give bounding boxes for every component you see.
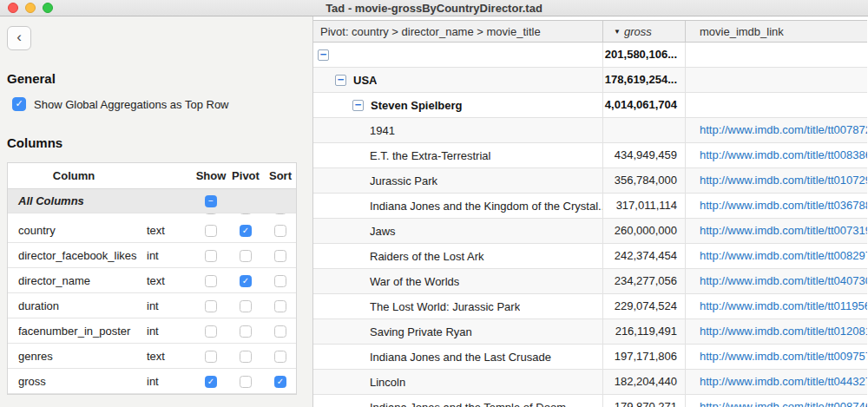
table-row[interactable]: − Indiana Jones and the Temple of Doom 1…	[313, 395, 867, 407]
table-row[interactable]: − Raiders of the Lost Ark 242,374,454 ht…	[313, 244, 867, 269]
show-checkbox[interactable]	[205, 225, 217, 237]
close-window-button[interactable]	[8, 3, 18, 13]
imdb-link-cell: http://www.imdb.com/title/tt0367882/?r	[686, 194, 867, 218]
table-row[interactable]: − E.T. the Extra-Terrestrial 434,949,459…	[313, 143, 867, 168]
sort-checkbox[interactable]	[274, 325, 286, 338]
imdb-link-cell: http://www.imdb.com/title/tt0120815/?r	[686, 319, 867, 344]
pivot-checkbox[interactable]	[240, 376, 252, 388]
pivot-checkbox[interactable]	[240, 250, 252, 262]
pivot-cell: − 1941	[313, 118, 603, 142]
zoom-window-button[interactable]	[43, 3, 53, 13]
imdb-link-cell	[686, 68, 867, 92]
column-row[interactable]: director_facebook_likes int	[8, 243, 296, 268]
column-type: text	[140, 350, 194, 363]
table-row[interactable]: − 201,580,106...	[313, 43, 867, 68]
gross-cell	[603, 118, 686, 142]
imdb-link[interactable]: http://www.imdb.com/title/tt0078723/?r	[700, 123, 867, 136]
row-label: E.T. the Extra-Terrestrial	[370, 149, 490, 162]
pivot-column-header[interactable]: Pivot: country > director_name > movie_t…	[313, 21, 603, 42]
row-label: War of the Worlds	[370, 275, 459, 288]
column-row[interactable]: director_name text ✓	[8, 268, 296, 293]
table-row[interactable]: − Lincoln 182,204,440 http://www.imdb.co…	[313, 370, 867, 395]
table-row[interactable]: − Steven Spielberg 4,014,061,704	[313, 93, 867, 118]
imdb-link[interactable]: http://www.imdb.com/title/tt0367882/?r	[700, 199, 867, 212]
window-controls	[8, 3, 53, 13]
table-row[interactable]: − Indiana Jones and the Last Crusade 197…	[313, 345, 867, 370]
sort-checkbox[interactable]: ✓	[274, 376, 286, 388]
pivot-checkbox[interactable]	[240, 351, 252, 363]
global-aggregations-label: Show Global Aggregations as Top Row	[34, 98, 229, 111]
gross-cell: 434,949,459	[603, 143, 686, 167]
row-label: Indiana Jones and the Temple of Doom	[370, 401, 566, 407]
pivot-checkbox[interactable]	[240, 300, 252, 312]
column-row[interactable]: duration int	[8, 293, 296, 318]
pivot-cell: −	[313, 43, 603, 67]
gross-cell: 242,374,454	[603, 244, 686, 268]
row-label: 1941	[370, 124, 395, 137]
table-row[interactable]: − War of the Worlds 234,277,056 http://w…	[313, 269, 867, 294]
show-checkbox[interactable]	[205, 275, 217, 287]
column-row[interactable]: facenumber_in_poster int	[8, 318, 296, 344]
imdb-link[interactable]: http://www.imdb.com/title/tt0407304/?r	[700, 274, 867, 287]
column-type: int	[140, 249, 194, 262]
table-row[interactable]: − USA 178,619,254...	[313, 68, 867, 93]
global-aggregations-checkbox[interactable]: ✓	[12, 97, 26, 111]
sort-checkbox[interactable]	[274, 275, 286, 287]
sort-checkbox[interactable]	[274, 351, 286, 363]
sort-checkbox[interactable]	[274, 250, 286, 262]
show-checkbox[interactable]	[205, 250, 217, 262]
show-checkbox[interactable]	[205, 300, 217, 312]
pivot-checkbox[interactable]	[240, 325, 252, 338]
imdb-link-cell: http://www.imdb.com/title/tt0078723/?r	[686, 118, 867, 142]
table-row[interactable]: − The Lost World: Jurassic Park 229,074,…	[313, 294, 867, 319]
imdb-link[interactable]: http://www.imdb.com/title/tt0443272/?r	[700, 375, 867, 388]
sort-checkbox[interactable]	[274, 300, 286, 312]
imdb-link-column-header[interactable]: movie_imdb_link	[686, 25, 867, 38]
gross-column-header[interactable]: ▼ gross	[603, 21, 686, 42]
minimize-window-button[interactable]	[25, 3, 36, 13]
imdb-link[interactable]: http://www.imdb.com/title/tt0120815/?r	[700, 325, 867, 338]
sort-checkbox[interactable]	[274, 225, 286, 237]
show-checkbox[interactable]	[205, 351, 217, 363]
title-bar: Tad - movie-grossByCountryDirector.tad	[0, 0, 868, 16]
column-row[interactable]: genres text	[8, 344, 296, 369]
gross-cell: 260,000,000	[603, 219, 686, 243]
imdb-link-cell: http://www.imdb.com/title/tt0119567/?r	[686, 294, 867, 318]
table-row[interactable]: − Jaws 260,000,000 http://www.imdb.com/t…	[313, 219, 867, 244]
column-name: director_facebook_likes	[8, 249, 140, 262]
collapse-toggle-icon[interactable]: −	[335, 75, 346, 86]
pivot-cell: − Indiana Jones and the Last Crusade	[313, 345, 603, 369]
gross-cell: 4,014,061,704	[603, 93, 686, 117]
back-chevron-icon: ‹	[16, 29, 22, 46]
imdb-link[interactable]: http://www.imdb.com/title/tt0082971/?r	[700, 249, 867, 262]
imdb-link[interactable]: http://www.imdb.com/title/tt0119567/?r	[700, 299, 867, 312]
table-row[interactable]: − 1941 http://www.imdb.com/title/tt00787…	[313, 118, 867, 143]
column-row[interactable]: gross int ✓ ✓	[8, 369, 296, 394]
column-name: duration	[8, 299, 140, 312]
show-checkbox[interactable]: ✓	[205, 376, 217, 388]
column-type: int	[140, 325, 194, 338]
table-row[interactable]: − Indiana Jones and the Kingdom of the C…	[313, 194, 867, 219]
show-header: Show	[194, 169, 228, 182]
collapse-toggle-icon[interactable]: −	[352, 100, 364, 111]
imdb-link[interactable]: http://www.imdb.com/title/tt0073195/?r	[700, 224, 867, 237]
window-title: Tad - movie-grossByCountryDirector.tad	[0, 2, 868, 15]
all-columns-row[interactable]: All Columns −	[8, 189, 296, 213]
pivot-checkbox[interactable]: ✓	[240, 275, 252, 287]
imdb-link[interactable]: http://www.imdb.com/title/tt0083866/?r	[700, 148, 867, 161]
imdb-link-cell: http://www.imdb.com/title/tt0083866/?r	[686, 143, 867, 167]
pivot-grid: Pivot: country > director_name > movie_t…	[313, 16, 867, 407]
all-columns-show-checkbox[interactable]: −	[205, 195, 217, 207]
column-row[interactable]: country text ✓	[8, 218, 296, 243]
table-row[interactable]: − Saving Private Ryan 216,119,491 http:/…	[313, 319, 867, 345]
collapse-toggle-icon[interactable]: −	[318, 49, 329, 61]
imdb-link[interactable]: http://www.imdb.com/title/tt0097576/?r	[700, 350, 867, 363]
pivot-checkbox[interactable]: ✓	[240, 225, 252, 237]
imdb-link-cell: http://www.imdb.com/title/tt0443272/?r	[686, 370, 867, 394]
collapse-sidebar-button[interactable]: ‹	[7, 26, 31, 50]
imdb-link-cell: http://www.imdb.com/title/tt0082971/?r	[686, 244, 867, 268]
table-row[interactable]: − Jurassic Park 356,784,000 http://www.i…	[313, 168, 867, 194]
imdb-link[interactable]: http://www.imdb.com/title/tt0107290/?r	[700, 174, 867, 187]
show-checkbox[interactable]	[205, 325, 217, 338]
imdb-link[interactable]: http://www.imdb.com/title/tt0087469/?r	[700, 400, 867, 407]
